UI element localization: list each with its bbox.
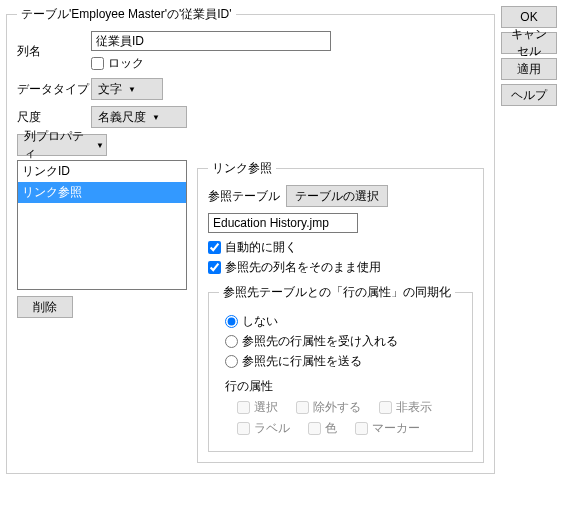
chevron-down-icon: ▼ (96, 141, 104, 150)
list-item[interactable]: リンクID (18, 161, 186, 182)
radio-send[interactable]: 参照先に行属性を送る (225, 353, 462, 370)
col-name-label: 列名 (17, 43, 91, 60)
col-name-input[interactable] (91, 31, 331, 51)
attr-label: ラベル (237, 420, 290, 437)
use-ref-colname-checkbox[interactable]: 参照先の列名をそのまま使用 (208, 259, 473, 276)
ok-button[interactable]: OK (501, 6, 557, 28)
main-legend: テーブル'Employee Master'の'従業員ID' (17, 6, 236, 23)
select-table-button[interactable]: テーブルの選択 (286, 185, 388, 207)
radio-none[interactable]: しない (225, 313, 462, 330)
data-type-label: データタイプ (17, 81, 91, 98)
col-property-select[interactable]: 列プロパティ ▼ (17, 134, 107, 156)
cancel-button[interactable]: キャンセル (501, 32, 557, 54)
chevron-down-icon: ▼ (128, 85, 136, 94)
attr-color: 色 (308, 420, 337, 437)
property-listbox[interactable]: リンクIDリンク参照 (17, 160, 187, 290)
auto-open-checkbox[interactable]: 自動的に開く (208, 239, 473, 256)
attr-select: 選択 (237, 399, 278, 416)
scale-label: 尺度 (17, 109, 91, 126)
data-type-select[interactable]: 文字 ▼ (91, 78, 163, 100)
link-ref-group: リンク参照 参照テーブル テーブルの選択 自動的に開く 参照先の列名をそのまま使… (197, 160, 484, 463)
lock-checkbox-input[interactable] (91, 57, 104, 70)
use-ref-colname-checkbox-input[interactable] (208, 261, 221, 274)
attr-marker: マーカー (355, 420, 420, 437)
attr-hide: 非表示 (379, 399, 432, 416)
auto-open-checkbox-input[interactable] (208, 241, 221, 254)
main-group: テーブル'Employee Master'の'従業員ID' 列名 ロック データ… (6, 6, 495, 474)
row-attr-label: 行の属性 (219, 378, 462, 395)
lock-label: ロック (108, 55, 144, 72)
apply-button[interactable]: 適用 (501, 58, 557, 80)
link-ref-legend: リンク参照 (208, 160, 276, 177)
lock-checkbox[interactable]: ロック (91, 55, 331, 72)
scale-select[interactable]: 名義尺度 ▼ (91, 106, 187, 128)
list-item[interactable]: リンク参照 (18, 182, 186, 203)
sync-group: 参照先テーブルとの「行の属性」の同期化 しない 参照先の行属性を受け入れる (208, 284, 473, 452)
ref-table-label: 参照テーブル (208, 188, 280, 205)
help-button[interactable]: ヘルプ (501, 84, 557, 106)
ref-table-input[interactable] (208, 213, 358, 233)
radio-accept[interactable]: 参照先の行属性を受け入れる (225, 333, 462, 350)
sync-legend: 参照先テーブルとの「行の属性」の同期化 (219, 284, 455, 301)
delete-button[interactable]: 削除 (17, 296, 73, 318)
chevron-down-icon: ▼ (152, 113, 160, 122)
attr-exclude: 除外する (296, 399, 361, 416)
